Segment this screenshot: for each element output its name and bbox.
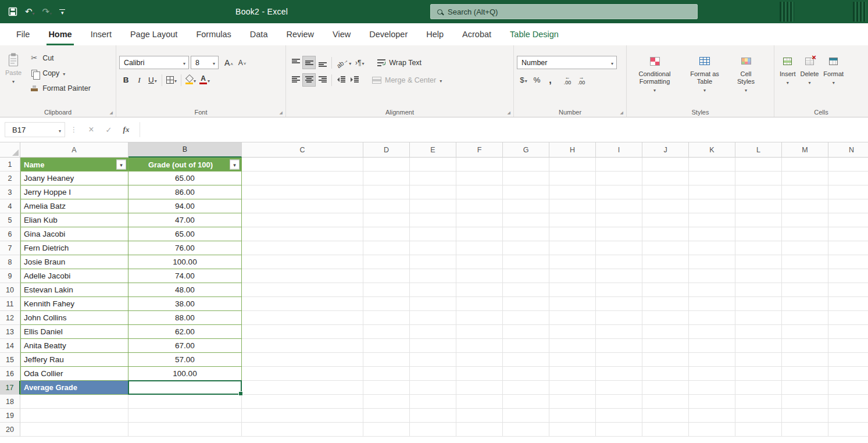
fill-color-button[interactable] [184, 73, 198, 87]
cell-H18[interactable] [549, 395, 596, 409]
cell-A19[interactable] [20, 409, 128, 423]
cell-G8[interactable] [503, 255, 549, 269]
cell-N16[interactable] [828, 367, 868, 381]
row-header-3[interactable]: 3 [0, 185, 20, 199]
cell-M3[interactable] [782, 185, 828, 199]
cell-G11[interactable] [503, 297, 549, 311]
column-header-E[interactable]: E [410, 142, 456, 158]
cell-K1[interactable] [689, 158, 735, 172]
cell-G19[interactable] [503, 409, 549, 423]
cell-H11[interactable] [549, 297, 596, 311]
align-right-button[interactable] [316, 73, 329, 87]
cell-K2[interactable] [689, 172, 735, 185]
cell-H8[interactable] [549, 255, 596, 269]
cell-A17[interactable]: Average Grade [20, 381, 128, 395]
customize-quick-access-button[interactable] [59, 9, 65, 15]
cell-G4[interactable] [503, 199, 549, 213]
cell-C16[interactable] [242, 367, 363, 381]
cell-L18[interactable] [735, 395, 782, 409]
cell-C3[interactable] [242, 185, 363, 199]
decrease-decimal-button[interactable] [574, 73, 588, 87]
cell-K13[interactable] [689, 325, 735, 339]
enter-button[interactable] [100, 126, 117, 134]
cell-E7[interactable] [410, 241, 456, 255]
cell-D16[interactable] [363, 367, 410, 381]
cell-H20[interactable] [549, 423, 596, 437]
cell-F6[interactable] [456, 227, 503, 241]
cell-B1[interactable]: Grade (out of 100) [128, 158, 242, 172]
cell-B10[interactable]: 48.00 [128, 283, 242, 297]
wrap-text-button[interactable]: Wrap Text [374, 56, 424, 69]
cell-E11[interactable] [410, 297, 456, 311]
cell-N11[interactable] [828, 297, 868, 311]
cell-D7[interactable] [363, 241, 410, 255]
tab-acrobat[interactable]: Acrobat [453, 23, 501, 45]
cell-N12[interactable] [828, 311, 868, 325]
cell-I18[interactable] [596, 395, 642, 409]
cell-N4[interactable] [828, 199, 868, 213]
cell-D5[interactable] [363, 213, 410, 227]
cell-K8[interactable] [689, 255, 735, 269]
cell-G1[interactable] [503, 158, 549, 172]
cell-L1[interactable] [735, 158, 782, 172]
cell-J7[interactable] [642, 241, 689, 255]
cell-D17[interactable] [363, 381, 410, 395]
cell-G16[interactable] [503, 367, 549, 381]
cell-D19[interactable] [363, 409, 410, 423]
cell-E16[interactable] [410, 367, 456, 381]
cell-M1[interactable] [782, 158, 828, 172]
tab-file[interactable]: File [7, 23, 39, 45]
paste-button[interactable]: Paste [3, 50, 24, 95]
borders-button[interactable] [165, 73, 178, 87]
cell-I3[interactable] [596, 185, 642, 199]
cell-B14[interactable]: 67.00 [128, 339, 242, 353]
merge-center-button[interactable]: Merge & Center [369, 73, 445, 87]
number-format-select[interactable]: Number [517, 56, 617, 69]
save-button[interactable] [8, 7, 17, 16]
cell-F10[interactable] [456, 283, 503, 297]
cell-F13[interactable] [456, 325, 503, 339]
tab-page-layout[interactable]: Page Layout [121, 23, 187, 45]
cell-L8[interactable] [735, 255, 782, 269]
cell-L17[interactable] [735, 381, 782, 395]
cell-G17[interactable] [503, 381, 549, 395]
cell-B15[interactable]: 57.00 [128, 353, 242, 367]
cell-A15[interactable]: Jeffery Rau [20, 353, 128, 367]
cell-I16[interactable] [596, 367, 642, 381]
cell-B6[interactable]: 65.00 [128, 227, 242, 241]
cell-C2[interactable] [242, 172, 363, 185]
column-header-I[interactable]: I [596, 142, 642, 158]
bold-button[interactable]: B [119, 73, 133, 87]
cell-L13[interactable] [735, 325, 782, 339]
cell-H12[interactable] [549, 311, 596, 325]
conditional-formatting-button[interactable]: Conditional Formatting [630, 51, 680, 96]
row-header-15[interactable]: 15 [0, 353, 20, 367]
font-size-select[interactable]: 8 [191, 56, 219, 69]
cell-K6[interactable] [689, 227, 735, 241]
cell-G10[interactable] [503, 283, 549, 297]
row-header-19[interactable]: 19 [0, 409, 20, 423]
cell-I15[interactable] [596, 353, 642, 367]
cell-I14[interactable] [596, 339, 642, 353]
cell-K10[interactable] [689, 283, 735, 297]
cell-B18[interactable] [128, 395, 242, 409]
cell-N6[interactable] [828, 227, 868, 241]
cell-F20[interactable] [456, 423, 503, 437]
cell-F2[interactable] [456, 172, 503, 185]
cell-K9[interactable] [689, 269, 735, 283]
cell-G15[interactable] [503, 353, 549, 367]
cell-J18[interactable] [642, 395, 689, 409]
cell-A7[interactable]: Fern Dietrich [20, 241, 128, 255]
dialog-launcher-icon[interactable] [280, 110, 283, 115]
cell-M7[interactable] [782, 241, 828, 255]
cell-B3[interactable]: 86.00 [128, 185, 242, 199]
cell-F14[interactable] [456, 339, 503, 353]
cell-F8[interactable] [456, 255, 503, 269]
dialog-launcher-icon[interactable] [110, 110, 113, 115]
cell-D12[interactable] [363, 311, 410, 325]
cell-G9[interactable] [503, 269, 549, 283]
cell-K3[interactable] [689, 185, 735, 199]
cell-M12[interactable] [782, 311, 828, 325]
cell-L20[interactable] [735, 423, 782, 437]
cell-I10[interactable] [596, 283, 642, 297]
